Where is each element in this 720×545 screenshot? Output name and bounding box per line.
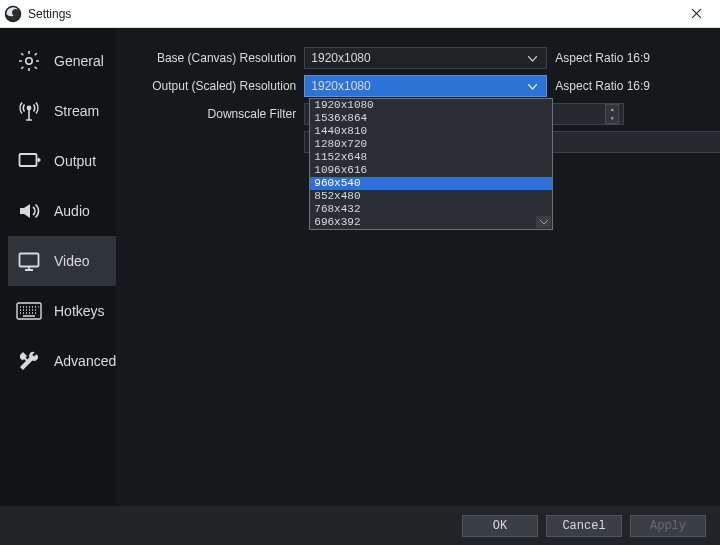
ok-button[interactable]: OK: [462, 515, 538, 537]
output-icon: [16, 148, 42, 174]
output-aspect-ratio-label: Aspect Ratio 16:9: [555, 79, 650, 93]
sidebar-item-label: Stream: [54, 103, 99, 119]
gear-icon: [16, 48, 42, 74]
sidebar-item-label: Video: [54, 253, 90, 269]
sidebar-item-label: Output: [54, 153, 96, 169]
svg-point-3: [27, 106, 30, 109]
svg-rect-5: [20, 254, 39, 267]
sidebar-item-label: Audio: [54, 203, 90, 219]
dropdown-option[interactable]: 1920x1080: [310, 99, 552, 112]
sidebar-item-label: General: [54, 53, 104, 69]
output-resolution-label: Output (Scaled) Resolution: [128, 79, 304, 93]
dropdown-option[interactable]: 696x392: [310, 216, 552, 229]
tools-icon: [16, 348, 42, 374]
base-resolution-value: 1920x1080: [311, 51, 524, 65]
spin-control-icon[interactable]: ▲▼: [605, 104, 619, 124]
sidebar-item-general[interactable]: General: [8, 36, 116, 86]
dropdown-option[interactable]: 1280x720: [310, 138, 552, 151]
sidebar-item-hotkeys[interactable]: Hotkeys: [8, 286, 116, 336]
dialog-footer: OK Cancel Apply: [0, 506, 720, 545]
sidebar-item-stream[interactable]: Stream: [8, 86, 116, 136]
obs-logo-icon: [4, 5, 22, 23]
close-icon: [691, 8, 702, 19]
sidebar-item-output[interactable]: Output: [8, 136, 116, 186]
keyboard-icon: [16, 298, 42, 324]
sidebar: General Stream Output Audio Video: [0, 28, 116, 506]
dropdown-option[interactable]: 960x540: [310, 177, 552, 190]
sidebar-item-label: Hotkeys: [54, 303, 105, 319]
dropdown-option[interactable]: 1536x864: [310, 112, 552, 125]
titlebar: Settings: [0, 0, 720, 28]
base-resolution-combobox[interactable]: 1920x1080: [304, 47, 547, 69]
downscale-filter-label: Downscale Filter: [128, 107, 304, 121]
dropdown-option[interactable]: 768x432: [310, 203, 552, 216]
svg-point-2: [26, 58, 32, 64]
dropdown-option[interactable]: 852x480: [310, 190, 552, 203]
window-title: Settings: [28, 7, 676, 21]
dropdown-option[interactable]: 1096x616: [310, 164, 552, 177]
apply-button: Apply: [630, 515, 706, 537]
dropdown-option[interactable]: 1152x648: [310, 151, 552, 164]
sidebar-item-label: Advanced: [54, 353, 116, 369]
dropdown-option[interactable]: 1440x810: [310, 125, 552, 138]
chevron-down-icon: [524, 51, 540, 65]
monitor-icon: [16, 248, 42, 274]
base-aspect-ratio-label: Aspect Ratio 16:9: [555, 51, 650, 65]
output-resolution-dropdown-list[interactable]: 1920x10801536x8641440x8101280x7201152x64…: [309, 98, 553, 230]
base-resolution-label: Base (Canvas) Resolution: [128, 51, 304, 65]
settings-panel-video: Base (Canvas) Resolution 1920x1080 Aspec…: [116, 28, 720, 506]
close-button[interactable]: [676, 0, 716, 28]
speaker-icon: [16, 198, 42, 224]
chevron-down-icon: [524, 79, 540, 93]
sidebar-item-video[interactable]: Video: [8, 236, 116, 286]
output-resolution-combobox[interactable]: 1920x1080: [304, 75, 547, 97]
output-resolution-value: 1920x1080: [311, 79, 524, 93]
sidebar-item-advanced[interactable]: Advanced: [8, 336, 116, 386]
sidebar-item-audio[interactable]: Audio: [8, 186, 116, 236]
cancel-button[interactable]: Cancel: [546, 515, 622, 537]
scroll-down-hint-icon[interactable]: [536, 216, 551, 228]
svg-rect-4: [20, 154, 37, 166]
antenna-icon: [16, 98, 42, 124]
